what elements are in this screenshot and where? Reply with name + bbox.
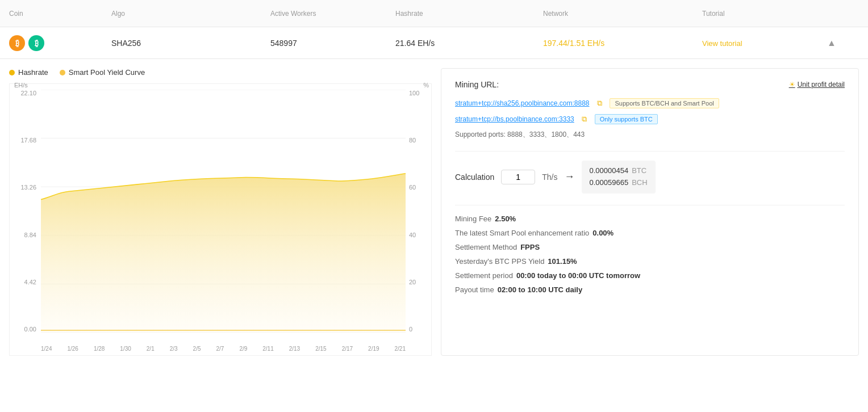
chart-inner: EH/s % 22.10 17.68 13.26 8.84 4.42 0.00 (10, 84, 431, 355)
view-tutorial-link[interactable]: View tutorial (702, 39, 742, 48)
y-right-label-1: 80 (409, 137, 416, 144)
calc-label: Calculation (455, 173, 494, 182)
calc-input[interactable] (501, 170, 535, 184)
url-1-tag: Supports BTC/BCH and Smart Pool (610, 98, 719, 108)
x-label-6: 2/5 (193, 346, 201, 352)
network-cell: 197.44/1.51 EH/s (543, 39, 702, 48)
calc-btc-amount: 0.00000454 (590, 165, 629, 177)
y-axis-right: 100 80 60 40 20 0 (406, 90, 431, 333)
x-label-7: 2/7 (216, 346, 224, 352)
url-2-tag: Only supports BTC (595, 114, 658, 124)
x-label-12: 2/17 (342, 346, 353, 352)
bch-icon: ₿ (28, 35, 44, 51)
x-axis: 1/24 1/26 1/28 1/30 2/1 2/3 2/5 2/7 2/9 … (41, 346, 406, 352)
x-label-2: 1/28 (94, 346, 105, 352)
active-workers-cell: 548997 (270, 39, 395, 48)
col-active-workers: Active Workers (270, 10, 395, 18)
x-label-0: 1/24 (41, 346, 52, 352)
legend-hashrate: Hashrate (9, 68, 48, 77)
coin-icons: ₿ ₿ (9, 35, 111, 51)
settlement-period-row: Settlement period 00:00 today to 00:00 U… (455, 271, 845, 280)
main-content: Hashrate Smart Pool Yield Curve EH/s % 2… (0, 59, 868, 365)
url-2-link[interactable]: stratum+tcp://bs.poolbinance.com:3333 (455, 115, 574, 123)
chart-area: Hashrate Smart Pool Yield Curve EH/s % 2… (9, 68, 441, 356)
hashrate-cell: 21.64 EH/s (395, 39, 543, 48)
divider-2 (455, 205, 845, 205)
x-label-11: 2/15 (315, 346, 326, 352)
yield-row: Yesterday's BTC PPS Yield 101.15% (455, 257, 845, 266)
legend-yield-curve: Smart Pool Yield Curve (60, 68, 145, 77)
unit-profit-link[interactable]: ☀ Unit profit detail (789, 81, 845, 89)
chart-container: EH/s % 22.10 17.68 13.26 8.84 4.42 0.00 (9, 83, 432, 356)
col-network: Network (543, 10, 702, 18)
y-label-0: 22.10 (20, 90, 36, 96)
url-row-1: stratum+tcp://sha256.poolbinance.com:888… (455, 98, 845, 108)
mining-fee-label: Mining Fee (455, 215, 491, 223)
info-panel: Mining URL: ☀ Unit profit detail stratum… (441, 68, 859, 356)
calc-unit: Th/s (542, 173, 557, 182)
y-label-1: 17.68 (20, 137, 36, 144)
x-label-13: 2/19 (368, 346, 379, 352)
url-1-link[interactable]: stratum+tcp://sha256.poolbinance.com:888… (455, 99, 589, 107)
chart-visualization (41, 90, 406, 333)
x-label-5: 2/3 (170, 346, 178, 352)
legend-yield-label: Smart Pool Yield Curve (69, 68, 145, 77)
x-label-9: 2/11 (262, 346, 273, 352)
enhancement-row: The latest Smart Pool enhancement ratio … (455, 229, 845, 237)
payout-time-value: 02:00 to 10:00 UTC daily (498, 285, 583, 294)
settlement-method-label: Settlement Method (455, 243, 517, 251)
col-hashrate: Hashrate (395, 10, 543, 18)
legend-hashrate-label: Hashrate (18, 68, 48, 77)
y-label-2: 13.26 (20, 184, 36, 191)
col-coin: Coin (9, 10, 111, 18)
calc-arrow-icon: → (565, 171, 575, 183)
yield-label: Yesterday's BTC PPS Yield (455, 257, 544, 266)
table-header: Coin Algo Active Workers Hashrate Networ… (0, 0, 868, 27)
table-row: ₿ ₿ SHA256 548997 21.64 EH/s 197.44/1.51… (0, 27, 868, 59)
chevron-up-icon[interactable]: ▲ (825, 36, 838, 50)
chart-svg (41, 90, 406, 333)
x-label-8: 2/9 (239, 346, 247, 352)
expand-cell[interactable]: ▲ (825, 36, 859, 50)
mining-url-title: Mining URL: (455, 80, 499, 89)
legend-dot-yield (60, 70, 65, 75)
y-label-5: 0.00 (24, 326, 36, 333)
payout-time-label: Payout time (455, 285, 494, 294)
btc-icon: ₿ (9, 35, 25, 51)
yield-value: 101.15% (548, 257, 577, 266)
algo-cell: SHA256 (111, 39, 270, 48)
copy-icon-2[interactable]: ⧉ (580, 115, 589, 124)
y-right-label-2: 60 (409, 184, 416, 191)
copy-icon-1[interactable]: ⧉ (595, 99, 604, 108)
coin-cell: ₿ ₿ (9, 35, 111, 51)
y-right-label-0: 100 (409, 90, 419, 96)
y-label-4: 4.42 (24, 279, 36, 285)
y-right-label-4: 20 (409, 279, 416, 285)
calc-btc-coin: BTC (632, 165, 646, 177)
calc-bch-coin: BCH (632, 177, 647, 189)
settlement-method-row: Settlement Method FPPS (455, 243, 845, 251)
divider-1 (455, 151, 845, 152)
x-label-3: 1/30 (120, 346, 131, 352)
y-label-3: 8.84 (24, 232, 36, 238)
col-algo: Algo (111, 10, 270, 18)
settlement-period-value: 00:00 today to 00:00 UTC tomorrow (516, 271, 640, 280)
mining-fee-value: 2.50% (495, 215, 516, 223)
supported-ports: Supported ports: 8888、3333、1800、443 (455, 130, 845, 140)
unit-profit-label: Unit profit detail (798, 81, 845, 89)
calc-results: 0.00000454 BTC 0.00059665 BCH (582, 161, 656, 194)
col-tutorial: Tutorial (702, 10, 825, 18)
y-axis-left: 22.10 17.68 13.26 8.84 4.42 0.00 (10, 90, 41, 333)
legend-dot-hashrate (9, 70, 15, 75)
calc-bch-amount: 0.00059665 (590, 177, 629, 189)
enhancement-label: The latest Smart Pool enhancement ratio (455, 229, 589, 237)
calc-bch-line: 0.00059665 BCH (590, 177, 648, 189)
mining-url-header: Mining URL: ☀ Unit profit detail (455, 80, 845, 89)
payout-time-row: Payout time 02:00 to 10:00 UTC daily (455, 285, 845, 294)
y-right-label-5: 0 (409, 326, 412, 333)
settlement-method-value: FPPS (520, 243, 540, 251)
sun-icon: ☀ (789, 81, 795, 89)
page: Coin Algo Active Workers Hashrate Networ… (0, 0, 868, 412)
y-axis-unit-left: EH/s (14, 82, 28, 89)
url-row-2: stratum+tcp://bs.poolbinance.com:3333 ⧉ … (455, 114, 845, 124)
